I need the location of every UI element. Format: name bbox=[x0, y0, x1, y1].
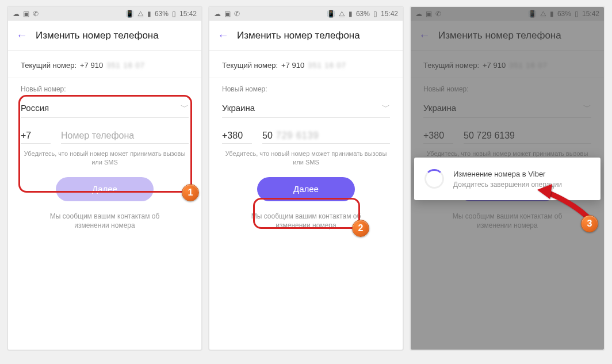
next-button[interactable]: Далее bbox=[56, 177, 154, 201]
page-title: Изменить номер телефона bbox=[36, 30, 159, 41]
dialog-title: Изменение номера в Viber bbox=[453, 170, 562, 178]
signal-icon: ▮ bbox=[349, 10, 353, 18]
country-select[interactable]: Украина ﹀ bbox=[222, 99, 390, 118]
screenshot-icon: ▣ bbox=[23, 10, 29, 18]
titlebar: ← Изменить номер телефона bbox=[8, 21, 201, 51]
new-number-label: Новый номер: bbox=[222, 85, 390, 93]
phone-number-input[interactable]: 50 729 6139 bbox=[262, 128, 390, 144]
wifi-icon: ⧋ bbox=[137, 10, 144, 18]
current-number-prefix: +7 910 bbox=[80, 61, 103, 70]
dialog-subtitle: Дождитесь завершения операции bbox=[453, 181, 562, 189]
clock: 15:42 bbox=[179, 10, 197, 18]
viber-icon: ✆ bbox=[234, 10, 240, 18]
phone-number-input[interactable] bbox=[61, 128, 189, 144]
current-number-prefix: +7 910 bbox=[281, 61, 304, 70]
chevron-down-icon: ﹀ bbox=[181, 102, 189, 113]
cloud-icon: ☁ bbox=[13, 10, 20, 18]
battery-text: 63% bbox=[155, 10, 169, 18]
footer-note: Мы сообщим вашим контактам об изменении … bbox=[21, 212, 189, 231]
current-number-row: Текущий номер: +7 910 351 16 07 bbox=[222, 61, 390, 70]
divider bbox=[209, 78, 403, 78]
vibrate-icon: 📳 bbox=[327, 10, 335, 18]
back-arrow-icon[interactable]: ← bbox=[16, 29, 28, 42]
phone-screen-1: ☁ ▣ ✆ 📳 ⧋ ▮ 63% ▯ 15:42 ← Изменить номер… bbox=[7, 6, 202, 351]
clock: 15:42 bbox=[381, 10, 398, 18]
current-number-label: Текущий номер: bbox=[222, 61, 278, 70]
new-number-label: Новый номер: bbox=[21, 85, 189, 93]
country-select-value: Россия bbox=[21, 103, 49, 113]
current-number-label: Текущий номер: bbox=[21, 61, 76, 70]
annotation-badge-2: 2 bbox=[352, 220, 369, 237]
back-arrow-icon[interactable]: ← bbox=[217, 29, 229, 42]
viber-icon: ✆ bbox=[33, 10, 39, 18]
battery-icon: ▯ bbox=[373, 10, 377, 18]
new-number-hint: Убедитесь, что новый номер может принима… bbox=[222, 150, 390, 167]
new-number-hint: Убедитесь, что новый номер может принима… bbox=[21, 150, 189, 167]
cloud-icon: ☁ bbox=[214, 10, 221, 18]
current-number-masked: 351 16 07 bbox=[308, 61, 346, 70]
signal-icon: ▮ bbox=[147, 10, 151, 18]
chevron-down-icon: ﹀ bbox=[382, 102, 390, 113]
current-number-row: Текущий номер: +7 910 351 16 07 bbox=[21, 61, 189, 70]
vibrate-icon: 📳 bbox=[125, 10, 134, 18]
divider bbox=[8, 78, 201, 78]
annotation-badge-3: 3 bbox=[581, 215, 598, 232]
screenshot-icon: ▣ bbox=[224, 10, 231, 18]
country-code-input[interactable] bbox=[222, 128, 252, 144]
phone-screen-2: ☁ ▣ ✆ 📳 ⧋ ▮ 63% ▯ 15:42 ← Изменить номер… bbox=[208, 6, 404, 351]
phone-screen-3: ☁ ▣ ✆ 📳 ⧋ ▮ 63% ▯ 15:42 ← Изменить номер… bbox=[410, 6, 605, 351]
page-title: Изменить номер телефона bbox=[237, 30, 360, 41]
country-select-value: Украина bbox=[222, 103, 255, 113]
current-number-masked: 351 16 07 bbox=[106, 61, 145, 70]
titlebar: ← Изменить номер телефона bbox=[209, 21, 403, 51]
wifi-icon: ⧋ bbox=[339, 10, 345, 18]
country-select[interactable]: Россия ﹀ bbox=[21, 99, 189, 118]
country-code-input[interactable] bbox=[21, 128, 51, 144]
battery-icon: ▯ bbox=[172, 10, 176, 18]
statusbar: ☁ ▣ ✆ 📳 ⧋ ▮ 63% ▯ 15:42 bbox=[209, 7, 403, 21]
statusbar: ☁ ▣ ✆ 📳 ⧋ ▮ 63% ▯ 15:42 bbox=[8, 7, 201, 21]
spinner-icon bbox=[424, 169, 444, 189]
progress-dialog: Изменение номера в Viber Дождитесь завер… bbox=[414, 158, 600, 200]
next-button[interactable]: Далее bbox=[257, 177, 355, 201]
battery-text: 63% bbox=[356, 10, 370, 18]
annotation-badge-1: 1 bbox=[182, 184, 199, 201]
